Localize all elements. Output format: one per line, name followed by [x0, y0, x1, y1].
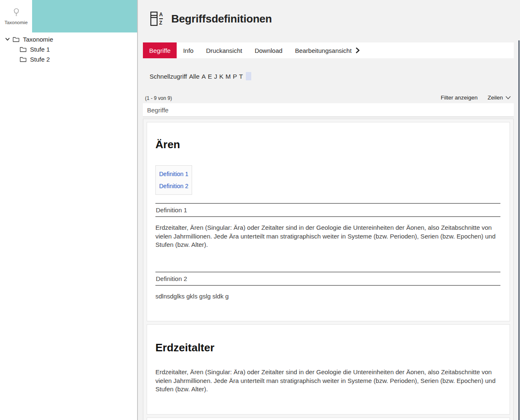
quick-access-letter[interactable]: A — [202, 73, 206, 80]
tree-node-taxonomie[interactable]: Taxonomie — [0, 34, 137, 44]
quick-access-letter[interactable]: M — [225, 73, 231, 80]
tree-icon — [11, 7, 21, 17]
tab-info[interactable]: Info — [177, 42, 200, 58]
quick-access-label: Schnellzugriff — [150, 73, 187, 80]
quick-access-letter[interactable]: E — [208, 73, 212, 80]
filter-toggle-link[interactable]: Filter anzeigen — [441, 94, 478, 101]
rows-dropdown[interactable]: Zeilen — [488, 94, 511, 101]
svg-text:A: A — [159, 12, 163, 17]
tab-label: Bearbeitungsansicht — [295, 47, 352, 54]
list-meta-row: (1 - 9 von 9) Filter anzeigen Zeilen — [145, 94, 511, 101]
sidebar-tab-taxonomie[interactable]: Taxonomie — [0, 0, 32, 32]
term-title: Erdzeitalter — [155, 341, 500, 354]
tree-node-stufe-1[interactable]: Stufe 1 — [0, 44, 137, 54]
tree-node-stufe-2[interactable]: Stufe 2 — [0, 54, 137, 64]
scrollbar-thumb[interactable] — [518, 40, 520, 420]
definition-section: Definition 2 sdlnsdglks gkls gslg sldk g — [155, 272, 500, 301]
page-header: A Z Begriffsdefinitionen — [150, 11, 272, 27]
page-title: Begriffsdefinitionen — [171, 12, 272, 25]
definition-section-label: Definition 1 — [155, 203, 500, 217]
term-card-erdzeitalter: Erdzeitalter Erdzeitalter, Ären (Singula… — [147, 324, 510, 415]
term-card-aeren: Ären Definition 1 Definition 2 Definitio… — [147, 122, 510, 321]
quick-access-letter[interactable]: K — [219, 73, 223, 80]
tree-node-label: Taxonomie — [23, 36, 53, 43]
tab-label: Begriffe — [149, 47, 170, 54]
column-header-label: Begriffe — [147, 107, 168, 114]
definition-section-label: Definition 2 — [155, 272, 500, 286]
sidebar: Taxonomie Taxonomie — [0, 0, 138, 420]
quick-access-letter[interactable]: P — [233, 73, 237, 80]
chevron-right-icon — [355, 47, 360, 53]
rows-dropdown-label: Zeilen — [488, 94, 503, 101]
table-column-header[interactable]: Begriffe — [143, 103, 514, 117]
tab-label: Download — [255, 47, 282, 54]
chevron-down-icon — [505, 96, 511, 99]
term-list: Ären Definition 1 Definition 2 Definitio… — [143, 119, 514, 420]
definition-links-box: Definition 1 Definition 2 — [155, 165, 192, 195]
taxonomy-tree: Taxonomie Stufe 1 Stufe 2 — [0, 32, 137, 64]
definition-section: Definition 1 Erdzeitalter, Ären (Singula… — [155, 203, 500, 249]
definition-1-link[interactable]: Definition 1 — [159, 171, 188, 177]
sidebar-top: Taxonomie — [0, 0, 137, 32]
tree-node-label: Stufe 1 — [30, 46, 50, 53]
quick-access-letter[interactable]: J — [214, 73, 218, 80]
tab-druckansicht[interactable]: Druckansicht — [200, 42, 248, 58]
tab-strip: Begriffe Info Druckansicht Download Bear… — [143, 42, 514, 58]
definition-2-link[interactable]: Definition 2 — [159, 183, 188, 189]
tab-label: Druckansicht — [206, 47, 242, 54]
tree-node-label: Stufe 2 — [30, 56, 50, 63]
folder-icon — [20, 56, 27, 62]
teal-header-block — [32, 0, 137, 32]
folder-icon — [20, 46, 27, 52]
quick-access-selection-highlight — [246, 72, 251, 80]
glossary-az-icon: A Z — [150, 11, 165, 27]
chevron-down-icon[interactable] — [5, 36, 10, 42]
folder-icon — [12, 36, 20, 42]
app-window: Taxonomie Taxonomie — [0, 0, 520, 420]
quick-access-alle[interactable]: Alle — [189, 73, 200, 80]
quick-access-letter[interactable]: T — [239, 73, 243, 80]
sidebar-tab-label: Taxonomie — [5, 20, 28, 25]
svg-text:Z: Z — [159, 20, 162, 26]
quick-access-bar: Schnellzugriff Alle A E J K M P T — [150, 72, 251, 80]
tab-download[interactable]: Download — [248, 42, 289, 58]
main-panel: A Z Begriffsdefinitionen Begriffe Info D… — [138, 0, 520, 420]
tab-begriffe[interactable]: Begriffe — [143, 42, 177, 58]
result-range-label: (1 - 9 von 9) — [145, 95, 172, 101]
definition-text: Erdzeitalter, Ären (Singular: Ära) oder … — [155, 224, 500, 249]
definition-text: sdlnsdglks gkls gslg sldk g — [155, 292, 500, 301]
tab-bearbeitungsansicht[interactable]: Bearbeitungsansicht — [289, 42, 366, 58]
term-card-partial — [147, 418, 510, 420]
tab-label: Info — [183, 47, 193, 54]
definition-text: Erdzeitalter, Ären (Singular: Ära) oder … — [155, 368, 500, 394]
term-title: Ären — [155, 138, 500, 151]
